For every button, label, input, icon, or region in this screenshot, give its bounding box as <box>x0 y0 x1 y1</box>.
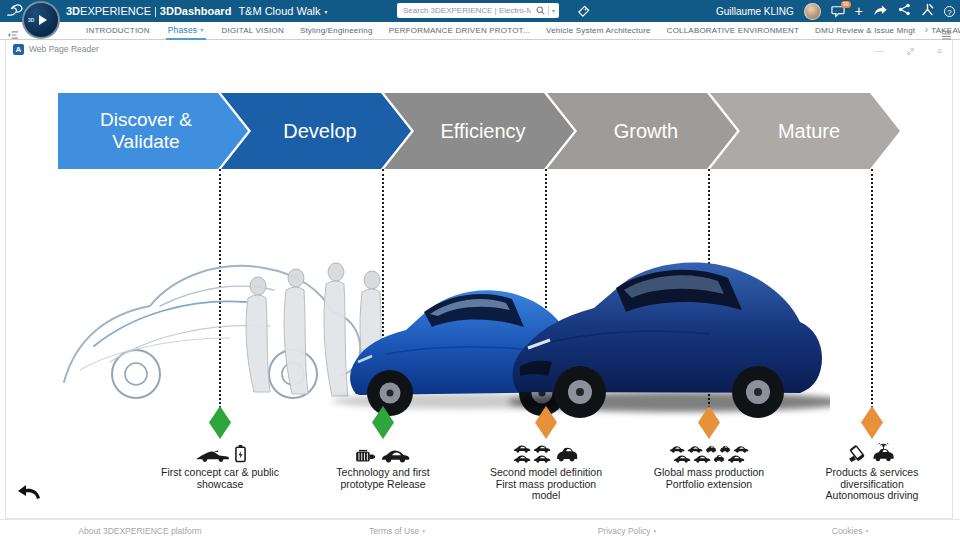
tab-introduction[interactable]: INTRODUCTION <box>86 22 150 40</box>
widget-more-icon[interactable]: ≡ <box>937 44 942 58</box>
compass-play-icon <box>39 15 47 25</box>
brand-experience: EXPERIENCE <box>80 5 151 17</box>
chevron-down-icon[interactable]: ▾ <box>324 8 327 15</box>
dashboard-name[interactable]: T&M Cloud Walk <box>238 5 320 17</box>
car-icon <box>693 454 711 463</box>
notification-badge: 99 <box>841 1 851 8</box>
footer-link-cookies[interactable]: Cookies▾ <box>832 526 868 536</box>
chevron-down-icon: ▾ <box>654 528 657 534</box>
3dcompass-icon[interactable]: 3D <box>22 1 60 39</box>
search-icon[interactable] <box>536 6 545 15</box>
collapse-panel-icon[interactable] <box>7 26 19 44</box>
top-bar: 3D 3DEXPERIENCE | 3DDashboard T&M Cloud … <box>0 0 960 22</box>
sketch-car <box>64 266 360 398</box>
breadcrumb: 3DEXPERIENCE | 3DDashboard T&M Cloud Wal… <box>66 0 328 22</box>
3dswym-button[interactable] <box>921 2 934 20</box>
car-icon <box>673 454 691 463</box>
car-fleet-icon <box>513 444 551 463</box>
milestone-label: First concept car & publicshowcase <box>161 467 279 490</box>
autonomous-car-icon <box>871 443 896 463</box>
milestone-label: Global mass productionPortfolio extensio… <box>654 467 764 490</box>
widget-actions: — ≡ <box>875 42 942 60</box>
car-icon <box>669 445 685 453</box>
milestone-marker <box>698 406 720 439</box>
city-car-icon <box>713 454 725 463</box>
web-page-reader-icon: A <box>13 44 24 55</box>
search-input[interactable] <box>401 5 533 16</box>
tab-phases[interactable]: Phases▾ <box>166 22 206 40</box>
user-name[interactable]: Guillaume KLING <box>716 6 794 17</box>
3dexperience-dashboard: 3D 3DEXPERIENCE | 3DDashboard T&M Cloud … <box>0 0 960 540</box>
car-fleet-large-icon <box>669 445 749 463</box>
search-bar: ▾ <box>397 3 559 18</box>
car-icon <box>733 445 749 453</box>
car-icon <box>513 444 531 453</box>
minimize-widget-icon[interactable]: — <box>875 44 884 58</box>
top-bar-actions: Guillaume KLING 99 + ? <box>716 0 955 22</box>
milestone-marker <box>535 406 557 439</box>
milestone-marker <box>372 406 394 439</box>
footer: About 3DEXPERIENCE platform Terms of Use… <box>0 519 960 540</box>
city-car-icon <box>719 445 731 453</box>
notifications-button[interactable]: 99 <box>831 5 845 18</box>
car-icon <box>687 445 703 453</box>
battery-icon <box>235 444 246 463</box>
city-car-icon <box>555 446 579 463</box>
chevron-down-icon: ▾ <box>865 528 868 534</box>
milestone-prototype: Technology and firstprototype Release <box>293 406 473 490</box>
tab-overflow-chevron-icon[interactable]: › <box>925 24 928 35</box>
timeline-dotted-line <box>871 169 873 412</box>
milestone-label: Second model definitionFirst mass produc… <box>490 467 602 502</box>
car-icon <box>533 444 551 453</box>
milestone-global-production: Global mass productionPortfolio extensio… <box>619 406 799 490</box>
car-icon <box>380 448 411 463</box>
avatar[interactable] <box>804 3 821 20</box>
concept-car-icon <box>195 449 231 463</box>
milestone-second-model: Second model definitionFirst mass produc… <box>456 406 636 502</box>
tab-list-view-icon[interactable] <box>941 26 952 44</box>
milestone-label: Products & servicesdiversificationAutono… <box>826 467 919 502</box>
tab-dmu-review[interactable]: DMU Review & Issue Mngt <box>815 22 915 40</box>
tab-performance-driven-prototype[interactable]: PERFORMANCE DRIVEN PROTOT... <box>389 22 530 40</box>
share-forward-button[interactable] <box>873 2 888 20</box>
tag-icon[interactable] <box>577 4 590 22</box>
footer-link-about[interactable]: About 3DEXPERIENCE platform <box>78 526 201 536</box>
brand-3d: 3D <box>66 5 80 17</box>
tab-digital-vision[interactable]: DIGITAL VISION <box>222 22 284 40</box>
back-arrow-icon[interactable] <box>17 483 41 503</box>
share-nodes-button[interactable] <box>898 2 911 20</box>
milestone-marker <box>861 406 883 439</box>
tab-vehicle-system-architecture[interactable]: Vehicle System Architecture <box>546 22 651 40</box>
milestone-concept-car: First concept car & publicshowcase <box>130 406 310 490</box>
widget-title: Web Page Reader <box>29 44 99 54</box>
search-scope-chevron-icon[interactable]: ▾ <box>552 7 555 14</box>
brand-divider: | <box>154 5 157 17</box>
chevron-down-icon: ▾ <box>200 22 203 38</box>
chevron-down-icon: ▾ <box>422 528 425 534</box>
maximize-widget-icon[interactable] <box>906 42 915 60</box>
tab-styling-engineering[interactable]: Styling/Engineering <box>300 22 373 40</box>
dark-blue-production-car <box>508 262 830 418</box>
brand-app[interactable]: 3DDashboard <box>160 5 232 17</box>
city-car-icon <box>705 445 717 453</box>
car-evolution-illustration <box>50 186 830 421</box>
tab-collaborative-environment[interactable]: COLLABORATIVE ENVIRONMENT <box>667 22 799 40</box>
tab-strip: INTRODUCTION Phases▾ DIGITAL VISION Styl… <box>86 22 960 40</box>
add-button[interactable]: + <box>855 0 863 22</box>
smartphone-hand-icon <box>848 444 867 463</box>
phase-discover-validate[interactable]: Discover & Validate <box>58 93 248 169</box>
milestone-diversification: Products & servicesdiversificationAutono… <box>782 406 960 502</box>
car-icon <box>513 454 531 463</box>
widget-header: A Web Page Reader <box>6 40 952 58</box>
car-icon <box>533 454 551 463</box>
footer-link-privacy[interactable]: Privacy Policy▾ <box>598 526 657 536</box>
milestone-marker <box>209 406 231 439</box>
footer-link-terms[interactable]: Terms of Use▾ <box>369 526 425 536</box>
milestone-label: Technology and firstprototype Release <box>336 467 429 490</box>
car-icon <box>727 454 745 463</box>
help-button[interactable]: ? <box>944 6 955 17</box>
electric-motor-icon <box>355 448 376 463</box>
